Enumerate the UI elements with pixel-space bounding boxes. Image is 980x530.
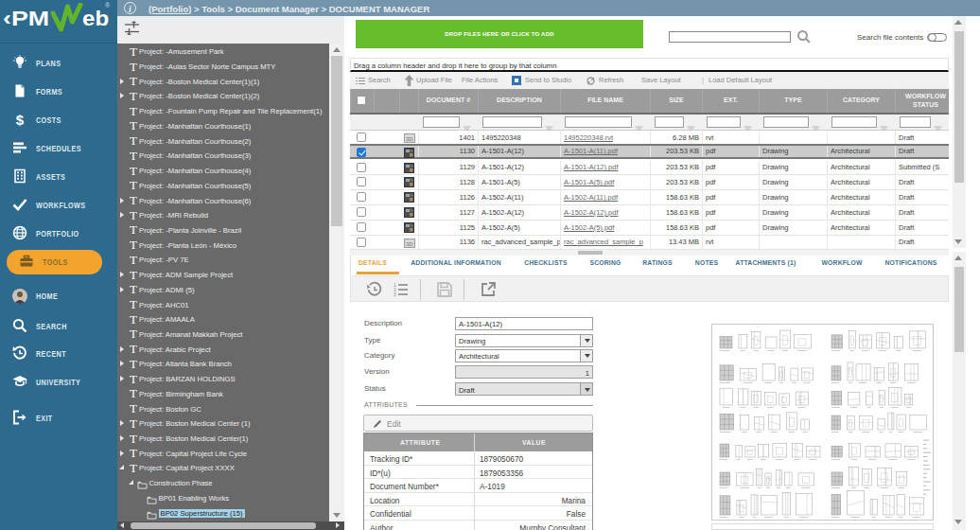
svg-text:3D: 3D bbox=[406, 136, 413, 142]
svg-text:3D: 3D bbox=[406, 240, 413, 246]
svg-text:3: 3 bbox=[394, 292, 396, 297]
